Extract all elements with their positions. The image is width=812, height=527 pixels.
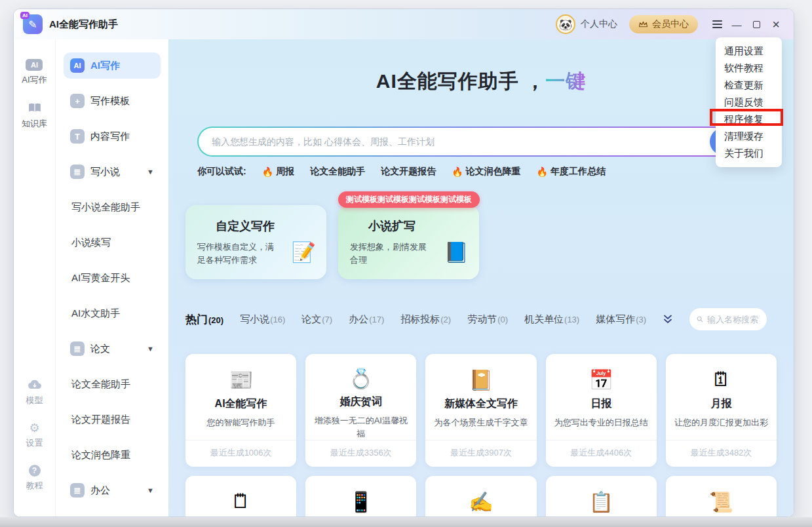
feature-card-custom-writing[interactable]: 自定义写作 写作模板自定义，满足各种写作需求 📝 (185, 205, 326, 279)
sidebar-group-office[interactable]: ≣ 办公 ▼ (64, 477, 161, 503)
sidebar-group-novel[interactable]: ≣ 写小说 ▼ (64, 159, 161, 185)
sidebar: AI AI写作 + 写作模板 T 内容写作 ≣ 写小说 ▼ 写小说全能助手 小说… (56, 39, 168, 517)
maximize-button[interactable] (748, 16, 765, 33)
generate-input[interactable] (212, 136, 707, 147)
flame-icon: 🔥 (452, 166, 463, 177)
tab-bidding[interactable]: 招标投标(2) (400, 313, 451, 326)
page-title: AI全能写作助手 ，一键 (168, 68, 794, 95)
template-search-bar (689, 308, 767, 330)
sidebar-item-annual-summary[interactable]: 年度工作总结 (64, 513, 161, 517)
template-card-ai-continue[interactable]: 📋 AI续写 (546, 476, 657, 517)
minimize-icon: — (732, 19, 742, 30)
expand-tabs-button[interactable] (663, 314, 673, 324)
sidebar-item-novel-continue[interactable]: 小说续写 (64, 229, 161, 256)
question-icon: ? (29, 465, 41, 477)
suggestion-annual-summary[interactable]: 🔥 年度工作总结 (537, 166, 606, 178)
sidebar-item-content-writing[interactable]: T 内容写作 (64, 123, 161, 149)
window-controls: — × (708, 16, 784, 33)
hamburger-icon (712, 20, 722, 28)
double-chevron-down-icon (663, 314, 673, 324)
feature-card-novel-expand[interactable]: 小说扩写 发挥想象，剧情发展合理 📘 (338, 205, 479, 279)
ring-box-icon: 💍 (349, 364, 373, 393)
menu-item-clear-cache[interactable]: 清理缓存 (716, 128, 782, 145)
tab-office[interactable]: 办公(17) (349, 313, 384, 326)
writing-hand-icon: ✍ (469, 486, 493, 517)
gear-icon: ⚙ (29, 422, 39, 434)
member-center-button[interactable]: 会员中心 (629, 15, 698, 33)
template-card-new-media[interactable]: 📔 新媒体全文写作 为各个场景生成千字文章 最近生成3907次 (425, 354, 536, 467)
template-card-monthly-report[interactable]: 🗓 月报 让您的月度汇报更加出彩 最近生成3482次 (666, 354, 777, 467)
tab-hot[interactable]: 热门(20) (185, 312, 223, 327)
template-grid: 📰 AI全能写作 您的智能写作助手 最近生成1006次 💍 婚庆贺词 增添独一无… (185, 354, 777, 517)
tab-novel[interactable]: 写小说(16) (240, 313, 285, 326)
titlebar-right: 🐼 个人中心 会员中心 — × (556, 14, 784, 34)
template-search-input[interactable] (707, 315, 760, 324)
close-button[interactable]: × (767, 16, 784, 33)
suggestion-paper-assistant[interactable]: 论文全能助手 (310, 166, 365, 178)
rail-item-tutorial[interactable]: ? 教程 (26, 465, 43, 492)
ai-mini-badge: AI (20, 12, 29, 19)
plus-square-icon: + (70, 94, 85, 108)
personal-center-link[interactable]: 个人中心 (581, 18, 617, 30)
flame-icon: 🔥 (537, 166, 548, 177)
template-card-zhihu-qa[interactable]: 📱 知乎文体问答 (305, 476, 416, 517)
text-square-icon: T (70, 129, 85, 144)
template-card-ai-rewrite[interactable]: 📜 AI改写 (666, 476, 777, 517)
flame-icon: 🔥 (262, 166, 273, 177)
feather-icon: ✎ (28, 18, 37, 31)
rail-item-knowledge[interactable]: 知识库 (22, 102, 47, 130)
menu-item-check-update[interactable]: 检查更新 (716, 77, 782, 94)
sidebar-item-golden-opening[interactable]: AI写黄金开头 (64, 265, 161, 291)
tab-labor-day[interactable]: 劳动节(0) (467, 313, 508, 326)
sidebar-item-water-text[interactable]: AI水文助手 (64, 300, 161, 326)
suggestion-paper-proposal[interactable]: 论文开题报告 (381, 166, 436, 178)
notebook-pencil-icon: 📔 (469, 364, 493, 395)
minimize-button[interactable]: — (728, 16, 745, 33)
rail-item-model[interactable]: 模型 (26, 378, 43, 406)
search-icon (697, 315, 703, 324)
template-card-wedding[interactable]: 💍 婚庆贺词 增添独一无二的AI温馨祝福 最近生成3356次 (305, 354, 416, 467)
app-menu-button[interactable] (708, 16, 725, 33)
generate-search-bar (197, 127, 748, 157)
tab-government[interactable]: 机关单位(13) (524, 313, 579, 326)
sidebar-item-paper-assistant[interactable]: 论文全能助手 (64, 371, 161, 397)
clipboard-pen-icon: 📋 (589, 486, 613, 517)
template-card-ai-writing[interactable]: 📰 AI全能写作 您的智能写作助手 最近生成1006次 (185, 354, 296, 467)
menu-item-program-repair[interactable]: 程序修复 (716, 111, 782, 128)
phone-icon: 📱 (349, 486, 373, 517)
suggestion-paper-polish[interactable]: 🔥 论文润色降重 (452, 166, 520, 178)
menu-item-software-tutorial[interactable]: 软件教程 (716, 60, 782, 77)
sidebar-group-paper[interactable]: ≣ 论文 ▼ (64, 336, 161, 362)
sidebar-item-paper-proposal[interactable]: 论文开题报告 (64, 406, 161, 433)
document-icon: ≣ (70, 483, 85, 498)
template-card-novel-assistant[interactable]: ✍ 写小说全能助手 (425, 476, 536, 517)
maximize-icon (753, 21, 760, 28)
document-pen-icon: 📝 (292, 241, 316, 264)
user-avatar[interactable]: 🐼 (556, 14, 575, 34)
usage-stat: 最近生成3356次 (305, 440, 416, 467)
rail-item-settings[interactable]: ⚙ 设置 (26, 422, 43, 449)
sidebar-item-ai-write[interactable]: AI AI写作 (64, 52, 161, 79)
test-template-badge: 测试模板测试模板测试模板测试模板 (338, 191, 480, 208)
sidebar-item-novel-assistant[interactable]: 写小说全能助手 (64, 194, 161, 220)
suggestions-row: 你可以试试: 🔥 周报 论文全能助手 论文开题报告 🔥 论文润色降重 🔥 (197, 166, 794, 178)
suggestion-weekly-report[interactable]: 🔥 周报 (262, 166, 294, 178)
ai-badge-icon: AI (26, 59, 43, 71)
sidebar-item-paper-polish[interactable]: 论文润色降重 (64, 442, 161, 468)
menu-item-feedback[interactable]: 问题反馈 (716, 94, 782, 111)
titlebar: ✎ AI AI全能写作助手 🐼 个人中心 会员中心 — (14, 9, 794, 39)
notepad-icon: 🗒 (231, 486, 251, 517)
template-card-creative-text[interactable]: 🗒 文生创意 (185, 476, 296, 517)
cloud-download-icon (27, 378, 43, 391)
window-title: AI全能写作助手 (49, 18, 118, 31)
tab-media-writing[interactable]: 媒体写作(3) (596, 313, 646, 326)
desktop-background-strip (0, 517, 812, 527)
menu-item-about-us[interactable]: 关于我们 (716, 145, 782, 162)
template-card-daily-report[interactable]: 📅 日报 为您写出专业的日报总结 最近生成4406次 (546, 354, 657, 467)
menu-item-general-settings[interactable]: 通用设置 (716, 43, 782, 60)
usage-stat: 最近生成3482次 (666, 440, 777, 467)
tab-paper[interactable]: 论文(7) (301, 313, 332, 326)
sidebar-item-writing-template[interactable]: + 写作模板 (64, 88, 161, 114)
scroll-icon: 📜 (709, 486, 733, 517)
rail-item-ai-write[interactable]: AI AI写作 (22, 59, 47, 86)
